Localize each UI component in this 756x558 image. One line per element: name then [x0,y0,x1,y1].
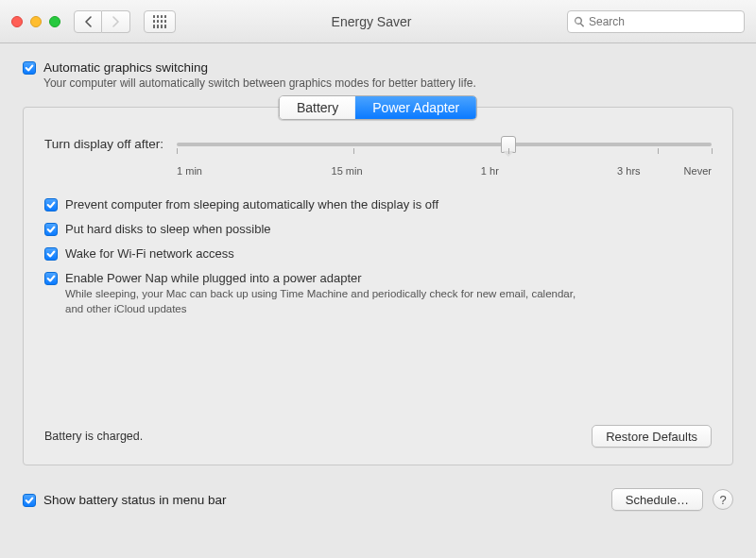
options-list: Prevent computer from sleeping automatic… [44,197,712,316]
traffic-lights [11,16,60,27]
wake-wifi-row: Wake for Wi-Fi network access [44,246,712,261]
prevent-sleep-checkbox[interactable] [44,198,58,211]
grid-icon [153,15,166,28]
restore-defaults-button[interactable]: Restore Defaults [592,425,712,448]
checkmark-icon [46,249,56,259]
wake-wifi-checkbox[interactable] [44,247,58,261]
tick-never: Never [684,165,712,177]
checkmark-icon [46,200,56,210]
tick-1min: 1 min [177,165,202,177]
display-off-slider-zone: Turn display off after: 1 min 15 min 1 h… [44,134,712,177]
search-field[interactable] [567,10,745,33]
content-area: Automatic graphics switching Your comput… [0,43,756,475]
hdd-sleep-row: Put hard disks to sleep when possible [44,222,712,236]
tab-battery[interactable]: Battery [280,96,355,119]
auto-gfx-sublabel: Your computer will automatically switch … [43,76,733,90]
search-input[interactable] [589,15,738,28]
power-nap-sublabel: While sleeping, your Mac can back up usi… [65,287,594,316]
power-nap-label: Enable Power Nap while plugged into a po… [65,271,362,285]
power-nap-row: Enable Power Nap while plugged into a po… [44,271,712,285]
checkmark-icon [46,225,56,234]
help-icon: ? [719,493,726,507]
checkmark-icon [46,274,56,283]
power-nap-checkbox[interactable] [44,272,58,285]
auto-gfx-label: Automatic graphics switching [43,60,208,75]
show-all-button[interactable] [144,10,176,33]
auto-gfx-checkbox[interactable] [23,61,36,75]
chevron-right-icon [112,16,120,27]
window-toolbar: Energy Saver [0,0,756,43]
tab-switcher: Battery Power Adapter [279,95,477,120]
hdd-sleep-label: Put hard disks to sleep when possible [65,222,271,236]
hdd-sleep-checkbox[interactable] [44,223,58,236]
tick-15min: 15 min [332,165,363,177]
tick-1hr: 1 hr [481,165,499,177]
checkmark-icon [25,496,34,505]
prevent-sleep-row: Prevent computer from sleeping automatic… [44,197,712,211]
menu-bar-label: Show battery status in menu bar [43,493,227,507]
prevent-sleep-label: Prevent computer from sleeping automatic… [65,197,438,211]
tab-power-adapter[interactable]: Power Adapter [355,96,476,119]
bottom-right: Schedule… ? [611,488,733,511]
nav-buttons [74,10,130,33]
slider-tick-labels: 1 min 15 min 1 hr 3 hrs Never [177,165,712,177]
chevron-left-icon [84,16,93,27]
close-window-button[interactable] [11,16,23,27]
checkmark-icon [25,63,34,73]
battery-status: Battery is charged. [44,430,143,443]
minimize-window-button[interactable] [30,16,42,27]
wake-wifi-label: Wake for Wi-Fi network access [65,246,234,261]
tick-3hrs: 3 hrs [617,165,640,177]
zoom-window-button[interactable] [49,16,60,27]
help-button[interactable]: ? [713,489,733,510]
search-icon [574,16,585,27]
slider-label: Turn display off after: [44,134,163,151]
slider-ticks [177,148,712,156]
menu-bar-row: Show battery status in menu bar [23,493,227,507]
display-off-slider[interactable] [177,135,712,163]
panel-footer: Battery is charged. Restore Defaults [44,425,712,448]
auto-gfx-row: Automatic graphics switching [23,60,733,75]
settings-panel: Battery Power Adapter Turn display off a… [23,107,733,465]
back-button[interactable] [74,10,102,33]
window-title: Energy Saver [183,14,559,29]
schedule-button[interactable]: Schedule… [611,488,703,511]
slider-bar [177,143,712,146]
power-nap-block: Enable Power Nap while plugged into a po… [44,271,712,316]
menu-bar-checkbox[interactable] [23,494,36,507]
forward-button[interactable] [102,10,130,33]
bottom-row: Show battery status in menu bar Schedule… [0,475,756,511]
